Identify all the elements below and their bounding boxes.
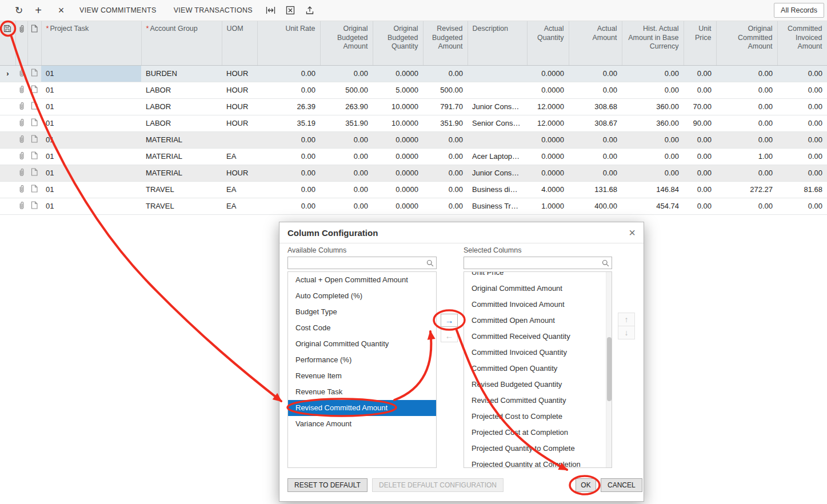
- cell-actual-amount[interactable]: 400.00: [569, 198, 622, 214]
- selected-column-item[interactable]: Projected Cost to Complete: [464, 409, 612, 425]
- cell-actual-quantity[interactable]: 0.0000: [527, 165, 569, 181]
- cell-original-budgeted-quantity[interactable]: 0.0000: [373, 181, 423, 198]
- cell-original-budgeted-quantity[interactable]: 10.0000: [373, 115, 423, 131]
- row-expand-chevron[interactable]: [0, 148, 15, 165]
- row-paperclip-icon[interactable]: [15, 65, 27, 82]
- cell-actual-quantity[interactable]: 4.0000: [527, 181, 569, 198]
- cell-account-group[interactable]: LABOR: [141, 98, 222, 115]
- col-header-hist-actual-amount-in-base-currency[interactable]: Hist. Actual Amount in Base Currency: [622, 21, 684, 65]
- export-excel-icon[interactable]: [281, 2, 300, 19]
- cell-actual-amount[interactable]: 131.68: [569, 181, 622, 198]
- cell-uom[interactable]: EA: [222, 148, 257, 165]
- cell-actual-quantity[interactable]: 0.0000: [527, 82, 569, 98]
- selected-column-item[interactable]: Original Committed Amount: [464, 281, 612, 297]
- grid-row[interactable]: 01TRAVELEA0.000.000.00000.00Business Tr……: [0, 198, 827, 214]
- cell-description[interactable]: Senior Cons…: [468, 115, 527, 131]
- cell-actual-quantity[interactable]: 12.0000: [527, 115, 569, 131]
- cell-hist-actual-amount-in-base-currency[interactable]: 146.84: [622, 181, 684, 198]
- cell-actual-amount[interactable]: 0.00: [569, 65, 622, 82]
- col-header-unit-price[interactable]: Unit Price: [684, 21, 716, 65]
- grid-row[interactable]: 01LABORHOUR0.00500.005.0000500.000.00000…: [0, 82, 827, 98]
- cell-description[interactable]: [468, 65, 527, 82]
- cell-account-group[interactable]: MATERIAL: [141, 131, 222, 148]
- cell-account-group[interactable]: LABOR: [141, 115, 222, 131]
- cell-revised-budgeted-amount[interactable]: 0.00: [423, 198, 468, 214]
- cell-actual-amount[interactable]: 0.00: [569, 131, 622, 148]
- cell-revised-budgeted-amount[interactable]: 0.00: [423, 165, 468, 181]
- cell-original-budgeted-amount[interactable]: 0.00: [320, 181, 373, 198]
- cell-account-group[interactable]: BURDEN: [141, 65, 222, 82]
- delete-row-icon[interactable]: ×: [51, 2, 71, 19]
- cell-account-group[interactable]: TRAVEL: [141, 198, 222, 214]
- row-expand-chevron[interactable]: [0, 98, 15, 115]
- cell-committed-invoiced-amount[interactable]: 0.00: [777, 98, 827, 115]
- cell-committed-invoiced-amount[interactable]: 0.00: [777, 198, 827, 214]
- cell-unit-price[interactable]: 90.00: [684, 115, 716, 131]
- cell-hist-actual-amount-in-base-currency[interactable]: 0.00: [622, 65, 684, 82]
- move-left-button[interactable]: ←: [441, 329, 458, 342]
- cell-hist-actual-amount-in-base-currency[interactable]: 360.00: [622, 115, 684, 131]
- cell-project-task[interactable]: 01: [41, 65, 141, 82]
- cell-original-committed-amount[interactable]: 0.00: [716, 82, 777, 98]
- selected-column-item[interactable]: Revised Budgeted Quantity: [464, 377, 612, 393]
- refresh-icon[interactable]: ↻: [9, 2, 29, 19]
- cell-unit-rate[interactable]: 0.00: [257, 165, 320, 181]
- grid-row[interactable]: 01MATERIALHOUR0.000.000.00000.00Junior C…: [0, 165, 827, 181]
- cell-revised-budgeted-amount[interactable]: 500.00: [423, 82, 468, 98]
- delete-default-configuration-button[interactable]: DELETE DEFAULT CONFIGURATION: [372, 478, 504, 492]
- col-header-unit-rate[interactable]: Unit Rate: [257, 21, 320, 65]
- cell-original-committed-amount[interactable]: 0.00: [716, 65, 777, 82]
- row-note-icon[interactable]: [27, 98, 41, 115]
- available-column-item[interactable]: Revised Committed Amount: [288, 400, 436, 416]
- cell-committed-invoiced-amount[interactable]: 0.00: [777, 165, 827, 181]
- row-note-icon[interactable]: [27, 65, 41, 82]
- cell-project-task[interactable]: 01: [41, 165, 141, 181]
- col-header-actual-quantity[interactable]: Actual Quantity: [527, 21, 569, 65]
- row-paperclip-icon[interactable]: [15, 181, 27, 198]
- cell-unit-price[interactable]: 0.00: [684, 165, 716, 181]
- cell-unit-rate[interactable]: 0.00: [257, 131, 320, 148]
- cell-original-committed-amount[interactable]: 0.00: [716, 131, 777, 148]
- available-column-item[interactable]: Revenue Task: [288, 384, 436, 400]
- cell-original-budgeted-amount[interactable]: 0.00: [320, 65, 373, 82]
- cell-uom[interactable]: HOUR: [222, 115, 257, 131]
- cell-description[interactable]: Business di…: [468, 181, 527, 198]
- cell-unit-rate[interactable]: 0.00: [257, 181, 320, 198]
- cell-actual-amount[interactable]: 308.68: [569, 98, 622, 115]
- cell-committed-invoiced-amount[interactable]: 0.00: [777, 148, 827, 165]
- col-header-actual-amount[interactable]: Actual Amount: [569, 21, 622, 65]
- cell-original-budgeted-amount[interactable]: 263.90: [320, 98, 373, 115]
- row-paperclip-icon[interactable]: [15, 82, 27, 98]
- cell-uom[interactable]: [222, 131, 257, 148]
- cell-project-task[interactable]: 01: [41, 131, 141, 148]
- grid-row[interactable]: 01LABORHOUR26.39263.9010.0000791.70Junio…: [0, 98, 827, 115]
- cell-unit-price[interactable]: 0.00: [684, 131, 716, 148]
- cell-actual-amount[interactable]: 0.00: [569, 82, 622, 98]
- cell-committed-invoiced-amount[interactable]: 0.00: [777, 131, 827, 148]
- available-column-item[interactable]: Cost Code: [288, 320, 436, 336]
- row-expand-chevron[interactable]: [0, 181, 15, 198]
- cell-revised-budgeted-amount[interactable]: 791.70: [423, 98, 468, 115]
- col-header-account-group[interactable]: *Account Group: [141, 21, 222, 65]
- cell-actual-amount[interactable]: 0.00: [569, 165, 622, 181]
- view-transactions-button[interactable]: VIEW TRANSACTIONS: [174, 6, 253, 14]
- cell-actual-amount[interactable]: 308.67: [569, 115, 622, 131]
- row-paperclip-icon[interactable]: [15, 148, 27, 165]
- cell-uom[interactable]: HOUR: [222, 82, 257, 98]
- row-note-icon[interactable]: [27, 115, 41, 131]
- cell-unit-rate[interactable]: 0.00: [257, 198, 320, 214]
- cell-original-budgeted-quantity[interactable]: 0.0000: [373, 198, 423, 214]
- col-header-original-budgeted-amount[interactable]: Original Budgeted Amount: [320, 21, 373, 65]
- cell-original-budgeted-amount[interactable]: 0.00: [320, 165, 373, 181]
- cell-project-task[interactable]: 01: [41, 98, 141, 115]
- cell-original-budgeted-amount[interactable]: 351.90: [320, 115, 373, 131]
- cell-unit-rate[interactable]: 0.00: [257, 148, 320, 165]
- row-expand-chevron[interactable]: [0, 82, 15, 98]
- selected-column-item[interactable]: Committed Open Quantity: [464, 361, 612, 377]
- cell-uom[interactable]: HOUR: [222, 165, 257, 181]
- move-down-button[interactable]: ↓: [618, 326, 635, 339]
- selected-column-item[interactable]: Committed Received Quantity: [464, 329, 612, 345]
- row-note-icon[interactable]: [27, 198, 41, 214]
- cell-unit-price[interactable]: 0.00: [684, 181, 716, 198]
- row-note-icon[interactable]: [27, 181, 41, 198]
